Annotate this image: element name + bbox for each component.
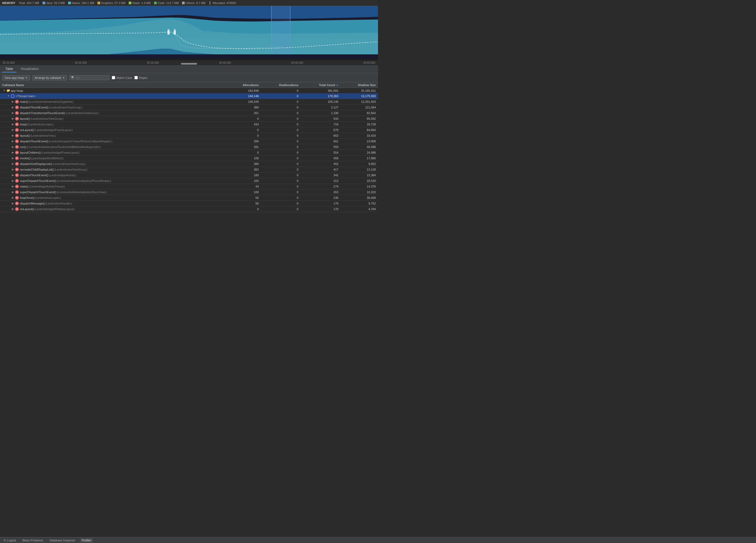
tab-table[interactable]: Table [2, 66, 16, 72]
table-row[interactable]: ▶msuperDispatchTouchEvent() (Lcom/androi… [0, 178, 378, 184]
timeline-scroll-thumb[interactable] [181, 63, 197, 65]
expand-button[interactable]: ▶ [11, 202, 15, 205]
method-icon: m [15, 162, 19, 166]
expand-button[interactable]: ▶ [11, 100, 15, 103]
method-name: superDispatchTouchEvent() [20, 191, 56, 194]
col-shallow-size[interactable]: Shallow Size [341, 82, 378, 88]
method-name: dispatchMessage() [20, 202, 45, 205]
expand-button[interactable]: ▶ [11, 208, 15, 211]
table-row[interactable]: ▶mdispatchTransformedTouchEvent() (Landr… [0, 110, 378, 116]
expand-button[interactable]: ▶ [11, 162, 15, 166]
svg-rect-4 [167, 31, 170, 35]
deallocations-cell: 0 [261, 178, 300, 184]
time-label-0: 05:25.000 [3, 61, 15, 64]
allocations-cell: 0 [227, 150, 261, 156]
deallocations-cell: 0 [261, 110, 300, 116]
expand-button[interactable]: ▶ [11, 140, 15, 143]
total_count-cell: 313 [300, 178, 341, 184]
memory-header: MEMORY Total: 494.7 MB Java: 29.3 MB Nat… [0, 0, 378, 6]
table-row[interactable]: ▶mloopOnce() (Landroid/os/Looper;)560230… [0, 195, 378, 201]
method-icon: m [15, 168, 19, 172]
table-row[interactable]: ▶mdispatchTouchEvent() (Landroid/app/Act… [0, 173, 378, 178]
allocations-cell: 144,146 [227, 93, 261, 99]
tab-visualization[interactable]: Visualization [17, 66, 42, 72]
regex-checkbox[interactable] [134, 76, 138, 79]
col-total-count[interactable]: Total Count ▼ [300, 82, 341, 88]
arrange-dropdown[interactable]: Arrange by callstack ▼ [32, 75, 67, 81]
table-row[interactable]: ▶mmain() (Landroid/app/ActivityThread;)4… [0, 184, 378, 190]
expand-button[interactable]: ▶ [11, 117, 15, 120]
expand-button[interactable]: ▶ [11, 174, 15, 177]
table-row[interactable]: ▶mlayout() (Landroid/view/View;)0066333,… [0, 133, 378, 139]
match-case-label: Match Case [116, 76, 132, 79]
allocations-cell: 43 [227, 184, 261, 190]
total_count-cell: 458 [300, 156, 341, 161]
method-icon: m [15, 106, 19, 109]
expand-button[interactable]: ▶ [11, 196, 15, 200]
expand-button[interactable]: ▶ [11, 191, 15, 194]
callstack-cell: ▶mrun() (Lcom/android/internal/os/Runtim… [0, 144, 227, 150]
table-row[interactable]: ▼📁app heap162,8480381,99125,165,411 [0, 88, 378, 93]
expand-button[interactable]: ▶ [11, 106, 15, 109]
expand-button[interactable]: ▶ [11, 157, 15, 160]
expand-button[interactable]: ▶ [11, 168, 15, 171]
col-allocations-label: Allocations [243, 83, 259, 87]
table-header: Callstack Name Allocations Deallocations… [0, 82, 378, 88]
table-row[interactable]: ▶mrun() (Lcom/android/internal/os/Runtim… [0, 144, 378, 150]
col-callstack[interactable]: Callstack Name [0, 82, 227, 88]
expand-button[interactable]: ▶ [11, 179, 15, 183]
shallow_size-cell: 4,784 [341, 207, 378, 212]
callstack-cell: ▶mdispatchTransformedTouchEvent() (Landr… [0, 110, 227, 116]
heap-dropdown[interactable]: View app heap ▼ [2, 75, 30, 81]
allocations-cell: 180 [227, 173, 261, 178]
method-name: dispatchTouchEvent() [20, 174, 48, 177]
java-dot [43, 2, 45, 4]
shallow_size-cell: 15,384 [341, 173, 378, 178]
shallow_size-cell: 36,608 [341, 195, 378, 201]
expand-button[interactable]: ▶ [11, 151, 15, 154]
col-deallocations[interactable]: Deallocations [261, 82, 300, 88]
table-row[interactable]: ▶monLayout() (Landroid/widget/FrameLayou… [0, 127, 378, 133]
table-row[interactable]: ▶minvoke() (Ljava/lang/reflect/Method;)1… [0, 156, 378, 161]
time-label-5: 05:50.000 [363, 61, 375, 64]
method-name: main() [20, 100, 28, 103]
table-row[interactable]: ▶monLayout() (Landroid/widget/RelativeLa… [0, 207, 378, 212]
expand-button[interactable]: ▶ [11, 134, 15, 137]
expand-button[interactable]: ▶ [11, 185, 15, 188]
expand-button[interactable]: ▶ [11, 128, 15, 132]
search-box[interactable]: 🔍 [69, 75, 110, 80]
method-args: (Landroid/widget/FrameLayout;) [41, 151, 80, 154]
method-name: layout() [20, 134, 30, 137]
expand-button[interactable]: ▼ [7, 95, 10, 98]
table-row[interactable]: ▶mdispatchTouchEvent() (Landroid/view/Vi… [0, 105, 378, 110]
method-name: dispatchTransformedTouchEvent() [20, 111, 65, 115]
table-row[interactable]: ▼<Thread main>144,1460170,36313,175,593 [0, 93, 378, 99]
table-row[interactable]: ▶mrecreateChildDisplayList() (Landroid/v… [0, 167, 378, 173]
shallow_size-cell: 17,880 [341, 156, 378, 161]
table-row[interactable]: ▶msuperDispatchTouchEvent() (Lcom/androi… [0, 190, 378, 195]
chart-container[interactable]: 640 MB 512 256 128 1000000 [0, 6, 378, 59]
allocations-cell: 108 [227, 190, 261, 195]
table-row[interactable]: ▶mlayoutChildren() (Landroid/widget/Fram… [0, 150, 378, 156]
expand-button[interactable]: ▶ [11, 123, 15, 126]
callstack-cell: ▶mrecreateChildDisplayList() (Landroid/v… [0, 167, 227, 172]
search-input[interactable] [76, 76, 108, 79]
deallocations-cell: 0 [261, 144, 300, 150]
deallocations-cell: 0 [261, 201, 300, 207]
table-container[interactable]: Callstack Name Allocations Deallocations… [0, 82, 378, 264]
method-icon: m [15, 111, 19, 115]
table-row[interactable]: ▶mloop() (Landroid/os/Looper;)433071839,… [0, 122, 378, 127]
table-row[interactable]: ▶mmain() (Lcom/android/internal/os/Zygot… [0, 99, 378, 105]
deallocations-cell: 0 [261, 127, 300, 133]
expand-button[interactable]: ▶ [11, 145, 15, 149]
table-row[interactable]: ▶mdispatchGetDisplayList() (Landroid/vie… [0, 161, 378, 167]
expand-button[interactable]: ▶ [11, 111, 15, 115]
expand-button[interactable]: ▼ [3, 89, 6, 92]
table-row[interactable]: ▶mdispatchMessage() (Landroid/os/Handler… [0, 201, 378, 207]
table-row[interactable]: ▶mdispatchTouchEvent() (Landroid/support… [0, 139, 378, 144]
table-row[interactable]: ▶mlayout() (Landroid/view/ViewGroup;)009… [0, 116, 378, 122]
deallocations-cell: 0 [261, 173, 300, 178]
deallocations-cell: 0 [261, 122, 300, 127]
match-case-checkbox[interactable] [112, 76, 115, 79]
col-allocations[interactable]: Allocations [227, 82, 261, 88]
